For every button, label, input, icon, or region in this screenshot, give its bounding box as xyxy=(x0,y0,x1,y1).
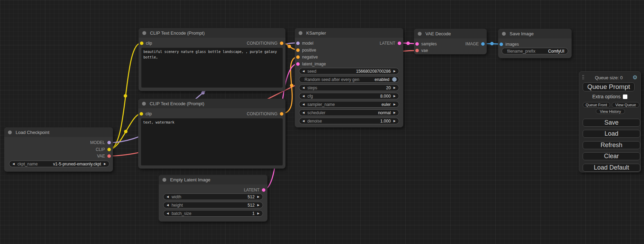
increment-arrow-icon[interactable]: ▶ xyxy=(394,120,396,123)
latent-output-port[interactable] xyxy=(262,188,265,192)
node-title-bar[interactable]: CLIP Text Encode (Prompt) xyxy=(139,28,285,38)
clip-output-port[interactable] xyxy=(107,148,111,151)
toggle-indicator-icon[interactable] xyxy=(392,77,397,82)
link-midpoint-dot[interactable] xyxy=(124,94,127,98)
increment-arrow-icon[interactable]: ▶ xyxy=(394,87,396,89)
link-midpoint-dot[interactable] xyxy=(406,42,410,45)
cfg-widget[interactable]: ◀ cfg 8.000 ▶ xyxy=(299,93,399,99)
conditioning-output-port[interactable] xyxy=(280,42,283,45)
denoise-widget[interactable]: ◀ denoise 1.000 ▶ xyxy=(299,118,399,124)
node-ksampler[interactable]: KSampler model positive negative latent_… xyxy=(295,28,403,127)
node-empty-latent-image[interactable]: Empty Latent Image LATENT ◀ width 512 ▶ … xyxy=(159,175,267,222)
decrement-arrow-icon[interactable]: ◀ xyxy=(302,95,305,98)
increment-arrow-icon[interactable]: ▶ xyxy=(104,163,106,165)
node-clip-text-encode-positive[interactable]: CLIP Text Encode (Prompt) clip CONDITION… xyxy=(139,28,285,91)
samples-input-port[interactable] xyxy=(415,42,419,46)
vae-output-port[interactable] xyxy=(107,154,111,158)
vae-input-port[interactable] xyxy=(415,49,419,52)
clip-input-port[interactable] xyxy=(140,42,143,45)
height-widget[interactable]: ◀ height 512 ▶ xyxy=(163,202,263,208)
input-negative: negative xyxy=(296,55,320,59)
decrement-arrow-icon[interactable]: ◀ xyxy=(302,70,305,73)
latent-output-port[interactable] xyxy=(398,42,401,45)
node-title-bar[interactable]: KSampler xyxy=(295,28,403,38)
queue-prompt-button[interactable]: Queue Prompt xyxy=(583,82,635,91)
collapse-dot-icon[interactable] xyxy=(8,130,12,134)
node-save-image[interactable]: Save Image images filename_prefix ComfyU… xyxy=(498,29,572,58)
view-queue-button[interactable]: View Queue xyxy=(612,102,639,108)
link-midpoint-dot[interactable] xyxy=(288,45,291,48)
extra-options-row: Extra options xyxy=(579,94,641,99)
collapse-dot-icon[interactable] xyxy=(502,32,506,36)
load-default-button[interactable]: Load Default xyxy=(583,164,640,172)
drag-handle-icon[interactable] xyxy=(582,75,585,80)
negative-prompt-textarea[interactable]: text, watermark xyxy=(141,118,283,165)
node-title: Load Checkpoint xyxy=(16,130,50,135)
collapse-dot-icon[interactable] xyxy=(142,102,146,106)
link-midpoint-dot[interactable] xyxy=(201,91,205,94)
random-seed-toggle-widget[interactable]: Random seed after every gen enabled xyxy=(299,76,399,83)
increment-arrow-icon[interactable]: ▶ xyxy=(257,212,259,215)
increment-arrow-icon[interactable]: ▶ xyxy=(257,204,259,207)
node-title-bar[interactable]: CLIP Text Encode (Prompt) xyxy=(138,99,285,108)
node-title: Empty Latent Image xyxy=(170,177,210,182)
increment-arrow-icon[interactable]: ▶ xyxy=(394,111,396,114)
decrement-arrow-icon[interactable]: ◀ xyxy=(167,212,169,215)
load-button[interactable]: Load xyxy=(583,130,640,138)
decrement-arrow-icon[interactable]: ◀ xyxy=(302,111,305,114)
collapse-dot-icon[interactable] xyxy=(418,32,422,36)
seed-widget[interactable]: ◀ seed 156680208700286 ▶ xyxy=(299,68,399,74)
queue-front-button[interactable]: Queue Front xyxy=(583,102,610,108)
model-output-port[interactable] xyxy=(107,141,111,144)
node-vae-decode[interactable]: VAE Decode samples vae IMAGE xyxy=(414,29,487,54)
node-load-checkpoint[interactable]: Load Checkpoint MODEL CLIP VAE ◀ ckpt_na… xyxy=(4,127,113,172)
conditioning-output-port[interactable] xyxy=(280,112,283,116)
save-button[interactable]: Save xyxy=(583,119,640,127)
model-input-port[interactable] xyxy=(296,42,300,45)
batch-size-widget[interactable]: ◀ batch_size 1 ▶ xyxy=(163,210,263,217)
decrement-arrow-icon[interactable]: ◀ xyxy=(167,204,169,207)
clear-button[interactable]: Clear xyxy=(583,152,640,160)
refresh-button[interactable]: Refresh xyxy=(583,141,640,149)
decrement-arrow-icon[interactable]: ◀ xyxy=(302,87,305,89)
clip-input-port[interactable] xyxy=(140,112,143,116)
decrement-arrow-icon[interactable]: ◀ xyxy=(167,196,169,198)
node-title-bar[interactable]: Load Checkpoint xyxy=(4,127,113,137)
increment-arrow-icon[interactable]: ▶ xyxy=(394,70,396,73)
queue-size-label: Queue size: 0 xyxy=(585,75,633,80)
extra-options-checkbox[interactable] xyxy=(623,94,627,99)
decrement-arrow-icon[interactable]: ◀ xyxy=(12,163,15,165)
sampler-name-widget[interactable]: ◀ sampler_name euler ▶ xyxy=(299,101,399,108)
collapse-dot-icon[interactable] xyxy=(142,31,146,35)
node-graph-canvas[interactable]: Load Checkpoint MODEL CLIP VAE ◀ ckpt_na… xyxy=(0,0,644,244)
scheduler-widget[interactable]: ◀ scheduler normal ▶ xyxy=(299,109,399,116)
view-history-button[interactable]: View History xyxy=(596,109,625,114)
node-title-bar[interactable]: VAE Decode xyxy=(414,29,487,38)
node-title-bar[interactable]: Save Image xyxy=(498,29,572,38)
menu-header: Queue size: 0 ⚙ xyxy=(579,74,641,81)
positive-prompt-textarea[interactable]: beautiful scenery nature glass bottle la… xyxy=(141,48,283,88)
link-midpoint-dot[interactable] xyxy=(124,130,127,133)
node-clip-text-encode-negative[interactable]: CLIP Text Encode (Prompt) clip CONDITION… xyxy=(138,99,285,169)
positive-input-port[interactable] xyxy=(296,48,300,52)
settings-gear-icon[interactable]: ⚙ xyxy=(633,75,637,80)
link-midpoint-dot[interactable] xyxy=(490,42,494,45)
node-title-bar[interactable]: Empty Latent Image xyxy=(159,175,267,184)
node-title: Save Image xyxy=(510,31,533,36)
decrement-arrow-icon[interactable]: ◀ xyxy=(302,103,305,106)
image-output-port[interactable] xyxy=(481,42,485,46)
link-midpoint-dot[interactable] xyxy=(290,84,293,87)
steps-widget[interactable]: ◀ steps 20 ▶ xyxy=(299,84,399,91)
negative-input-port[interactable] xyxy=(296,55,300,59)
increment-arrow-icon[interactable]: ▶ xyxy=(394,95,396,98)
images-input-port[interactable] xyxy=(500,43,503,46)
increment-arrow-icon[interactable]: ▶ xyxy=(257,196,259,198)
collapse-dot-icon[interactable] xyxy=(299,31,302,35)
decrement-arrow-icon[interactable]: ◀ xyxy=(302,120,305,123)
collapse-dot-icon[interactable] xyxy=(162,178,166,182)
ckpt-name-widget[interactable]: ◀ ckpt_name v1-5-pruned-emaonly.ckpt ▶ xyxy=(9,161,109,167)
increment-arrow-icon[interactable]: ▶ xyxy=(394,103,396,106)
filename-prefix-widget[interactable]: filename_prefix ComfyUI xyxy=(502,48,568,54)
width-widget[interactable]: ◀ width 512 ▶ xyxy=(163,193,263,200)
latent-input-port[interactable] xyxy=(296,62,300,66)
